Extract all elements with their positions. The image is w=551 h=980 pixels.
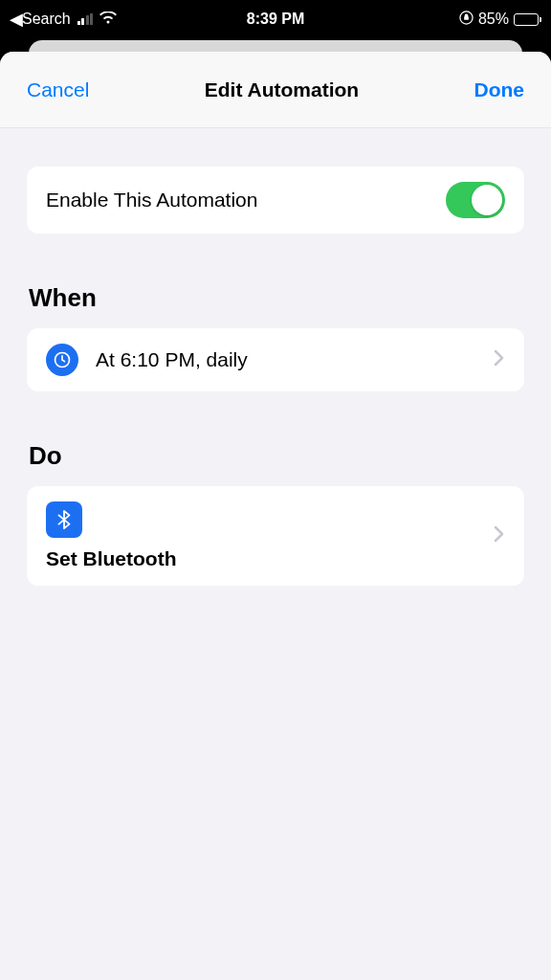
action-row[interactable]: Set Bluetooth: [27, 486, 524, 586]
do-cell-group: Set Bluetooth: [27, 486, 524, 586]
bluetooth-icon: [46, 501, 82, 538]
wifi-icon: [99, 11, 117, 28]
enable-toggle[interactable]: [446, 182, 505, 218]
back-caret-icon[interactable]: ◀: [10, 9, 23, 30]
battery-percent-label: 85%: [478, 11, 509, 28]
battery-icon: [514, 13, 541, 26]
chevron-right-icon: [494, 525, 505, 546]
status-right: 85%: [459, 11, 541, 29]
modal-sheet: Cancel Edit Automation Done Enable This …: [0, 52, 551, 980]
cancel-button[interactable]: Cancel: [27, 78, 89, 101]
enable-label: Enable This Automation: [46, 189, 257, 212]
clock-icon: [46, 344, 78, 376]
page-title: Edit Automation: [205, 78, 359, 101]
content-area: Enable This Automation When At 6:10 PM, …: [0, 128, 551, 586]
cellular-signal-icon: [77, 13, 94, 25]
when-cell-group: At 6:10 PM, daily: [27, 328, 524, 391]
action-label: Set Bluetooth: [46, 547, 494, 570]
trigger-label: At 6:10 PM, daily: [96, 348, 494, 371]
done-button[interactable]: Done: [474, 78, 525, 101]
toggle-knob: [472, 185, 502, 215]
do-section-title: Do: [29, 441, 524, 471]
enable-cell-group: Enable This Automation: [27, 167, 524, 234]
status-bar: ◀ Search 8:39 PM 85%: [0, 0, 551, 38]
trigger-row[interactable]: At 6:10 PM, daily: [27, 328, 524, 391]
orientation-lock-icon: [459, 11, 474, 29]
status-time: 8:39 PM: [247, 11, 304, 28]
enable-automation-row: Enable This Automation: [27, 167, 524, 234]
back-app-label[interactable]: Search: [22, 11, 71, 28]
chevron-right-icon: [494, 349, 505, 370]
status-left: ◀ Search: [10, 9, 117, 30]
when-section-title: When: [29, 283, 524, 313]
nav-header: Cancel Edit Automation Done: [0, 52, 551, 128]
